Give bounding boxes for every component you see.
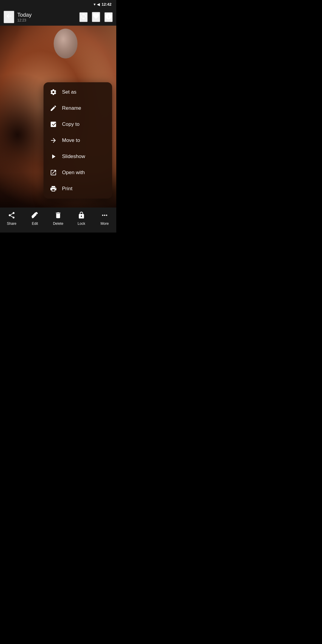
share-svg <box>8 211 16 219</box>
set-as-svg <box>50 89 57 96</box>
move-svg <box>50 137 57 144</box>
delete-svg <box>54 211 62 219</box>
menu-item-copy-to[interactable]: Copy to <box>44 116 112 132</box>
menu-item-move-to[interactable]: Move to <box>44 132 112 148</box>
page-title: Today <box>17 12 76 18</box>
open-with-label: Open with <box>62 170 85 176</box>
refresh-button[interactable] <box>79 12 88 22</box>
rename-icon <box>49 104 57 112</box>
nav-lock[interactable]: Lock <box>72 211 90 226</box>
slideshow-svg <box>50 153 57 160</box>
nav-edit[interactable]: Edit <box>26 211 44 226</box>
menu-item-open-with[interactable]: Open with <box>44 165 112 181</box>
favorite-button[interactable] <box>92 12 100 22</box>
delete-icon <box>54 211 62 220</box>
lock-icon <box>78 211 85 220</box>
more-icon <box>101 211 109 220</box>
edit-svg <box>31 211 39 219</box>
slideshow-icon <box>49 153 57 160</box>
share-icon <box>8 211 16 220</box>
edit-label: Edit <box>32 222 38 226</box>
back-button[interactable] <box>4 11 14 23</box>
page-subtitle: 12:23 <box>17 18 76 22</box>
print-svg <box>50 185 57 192</box>
refresh-icon <box>80 13 87 20</box>
copy-to-icon <box>49 120 57 128</box>
open-with-svg <box>50 169 57 176</box>
nav-more[interactable]: More <box>96 211 114 226</box>
delete-label: Delete <box>53 222 64 226</box>
share-label: Share <box>7 222 16 226</box>
slideshow-label: Slideshow <box>62 154 85 160</box>
print-label: Print <box>62 186 72 192</box>
status-bar: ▾ ◀ 12:42 <box>0 0 116 8</box>
nav-delete[interactable]: Delete <box>49 211 67 226</box>
context-menu: Set as Rename Copy to <box>44 82 112 199</box>
balloon-decoration <box>54 29 78 58</box>
bottom-nav: Share Edit Delete Lock <box>0 208 116 233</box>
copy-svg <box>50 121 57 128</box>
rename-label: Rename <box>62 105 81 111</box>
heart-icon <box>92 13 100 20</box>
print-icon <box>49 185 57 193</box>
set-as-icon <box>49 88 57 96</box>
signal-icon: ◀ <box>97 2 100 7</box>
back-arrow-icon <box>5 13 13 20</box>
top-bar: Today 12:23 <box>0 8 116 26</box>
rename-svg <box>50 105 57 112</box>
menu-item-print[interactable]: Print <box>44 181 112 197</box>
lock-svg <box>78 211 85 219</box>
menu-item-rename[interactable]: Rename <box>44 100 112 116</box>
photo-area: Set as Rename Copy to <box>0 26 116 208</box>
copy-to-label: Copy to <box>62 121 80 127</box>
info-button[interactable] <box>104 12 113 22</box>
wifi-icon: ▾ <box>94 2 96 7</box>
status-time: 12:42 <box>102 2 112 7</box>
nav-share[interactable]: Share <box>3 211 21 226</box>
open-with-icon <box>49 169 57 177</box>
more-svg <box>101 211 109 219</box>
status-icons: ▾ ◀ <box>94 2 100 7</box>
move-to-icon <box>49 137 57 144</box>
set-as-label: Set as <box>62 89 76 95</box>
more-label: More <box>100 222 109 226</box>
lock-label: Lock <box>78 222 85 226</box>
info-icon <box>105 13 112 20</box>
edit-icon <box>31 211 39 220</box>
top-actions <box>79 12 113 22</box>
title-block: Today 12:23 <box>17 12 76 22</box>
move-to-label: Move to <box>62 137 80 143</box>
menu-item-slideshow[interactable]: Slideshow <box>44 148 112 165</box>
menu-item-set-as[interactable]: Set as <box>44 84 112 100</box>
